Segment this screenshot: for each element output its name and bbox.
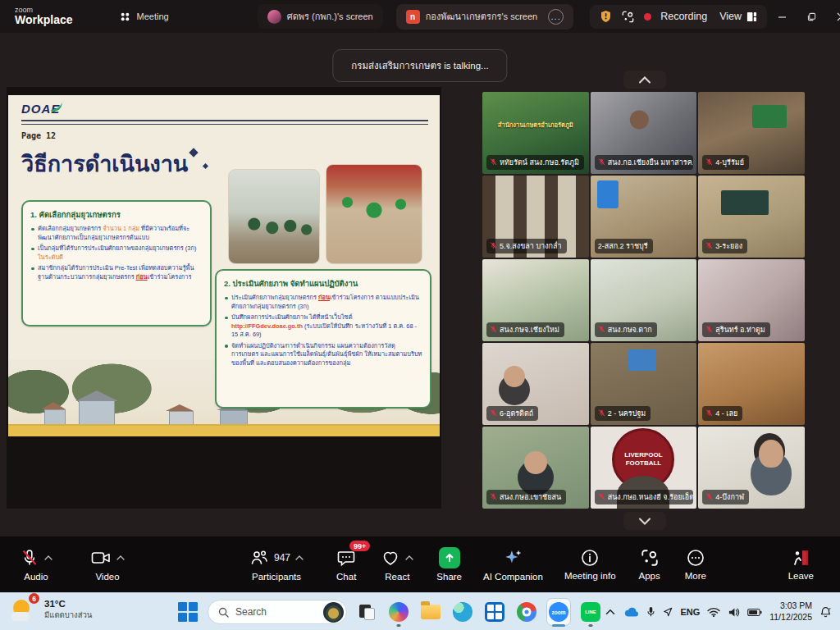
time: 3:03 PM	[780, 600, 812, 612]
participant-tile[interactable]: 2-สสก.2 ราชบุรี	[591, 176, 697, 258]
battery-icon[interactable]	[747, 608, 762, 617]
mic-in-use-icon[interactable]	[646, 606, 655, 618]
participant-name: สนง.กษจ.เชียงใหม่	[500, 324, 559, 336]
wifi-icon[interactable]	[707, 607, 720, 617]
window-controls	[767, 4, 840, 29]
clock[interactable]: 3:03 PM 11/12/2025	[769, 600, 812, 623]
zoom-app-icon-active[interactable]: zoom	[546, 596, 571, 628]
participant-tile[interactable]: สนง.กอ.เชียงยืน มหาสารค...	[591, 92, 697, 174]
participant-tile[interactable]: 2 - นครปฐม	[591, 343, 697, 425]
view-button[interactable]: View	[719, 11, 757, 22]
notification-bell-icon[interactable]: z	[819, 606, 832, 619]
search-placeholder: Search	[235, 606, 317, 618]
mic-muted-icon	[490, 242, 497, 249]
edge-browser-icon[interactable]	[450, 596, 475, 628]
react-options-chevron-icon[interactable]	[405, 555, 413, 560]
participants-button[interactable]: 947 Participants	[249, 547, 304, 582]
participants-options-chevron-icon[interactable]	[295, 555, 304, 560]
participant-tile[interactable]: 6-อุตรดิตถ์	[482, 343, 589, 425]
minimize-button[interactable]	[767, 4, 797, 29]
participant-name-label: 5.จ.สงขลา บางกล่ำ	[486, 239, 567, 253]
tab-meeting[interactable]: Meeting	[109, 6, 179, 28]
audio-options-chevron-icon[interactable]	[44, 555, 52, 560]
bullet: ประเมินศักยภาพกลุ่มยุวเกษตรกร ก่อนเข้าร่…	[224, 294, 422, 311]
participant-tile[interactable]: สนง.กษจ.เชียงใหม่	[482, 259, 589, 341]
video-options-chevron-icon[interactable]	[116, 555, 125, 560]
grid-scroll-down-button[interactable]	[623, 512, 666, 530]
header-divider	[21, 120, 428, 125]
meeting-info-button[interactable]: Meeting info	[564, 548, 616, 581]
mic-muted-icon	[490, 158, 497, 166]
participant-tile[interactable]: 3-ระยอง	[698, 176, 805, 258]
react-label: React	[385, 572, 409, 582]
tab-screen-share-1[interactable]: ศดพร (กพก.)'s screen	[258, 4, 383, 29]
zoom-meeting-window: zoom Workplace Meeting ศดพร (กพก.)'s scr…	[0, 0, 840, 630]
text-segment: จำนวน 1 กลุ่ม	[103, 225, 141, 232]
participant-name: 4 - เลย	[715, 408, 737, 419]
grid-scroll-up-button[interactable]	[623, 71, 666, 89]
maximize-button[interactable]	[797, 4, 826, 29]
weather-widget[interactable]: 6 31°C มีแดดบางส่วน	[11, 596, 92, 623]
participant-name: 4-บุรีรัมย์	[715, 157, 744, 168]
line-app-icon[interactable]: LINE	[578, 596, 603, 628]
text-segment: ก่อน	[136, 273, 148, 281]
text-segment: บันทึกผลการประเมินศักยภาพ ได้ที่หน้าเว็บ…	[231, 313, 352, 321]
participant-tile[interactable]: สำนักงานเกษตรอำเภอรัตภูมิ หทัยรัตน์ สนง.…	[482, 92, 589, 174]
task-view-button[interactable]	[354, 596, 379, 628]
tab-options-icon[interactable]: ...	[548, 9, 564, 25]
participant-tile[interactable]: 5.จ.สงขลา บางกล่ำ	[482, 176, 589, 258]
participant-name-label: หทัยรัตน์ สนง.กษอ.รัตภูมิ	[486, 155, 584, 170]
participant-tile[interactable]: สนง.กษอ.เขาชัยสน	[482, 427, 589, 509]
line-icon-label: LINE	[581, 602, 600, 622]
leave-button[interactable]: Leave	[788, 548, 814, 581]
chrome-browser-icon[interactable]	[514, 596, 539, 628]
fullscreen-icon[interactable]	[621, 10, 635, 24]
more-label: More	[685, 571, 706, 581]
location-icon[interactable]	[663, 607, 673, 617]
search-highlight-image[interactable]	[323, 602, 344, 623]
ai-companion-button[interactable]: AI Companion	[483, 547, 543, 582]
copilot-icon[interactable]	[386, 596, 411, 628]
participant-tile[interactable]: 4 - เลย	[698, 343, 805, 425]
share-button[interactable]: Share	[436, 547, 462, 582]
mic-muted-icon	[490, 409, 497, 417]
participant-tile[interactable]: LIVERPOOL FOOTBALL สนง.กษอ.หนองฮี จ.ร้อย…	[591, 427, 697, 509]
react-button[interactable]: React	[381, 547, 413, 582]
meeting-icon	[119, 11, 131, 23]
audio-button[interactable]: Audio	[20, 547, 52, 582]
chat-button[interactable]: 99+ Chat	[336, 547, 356, 582]
taskbar-center: Search zoom LINE	[176, 593, 603, 630]
leave-door-icon	[790, 548, 811, 568]
hidden-icons-chevron-icon[interactable]	[605, 609, 615, 615]
slide-photos	[228, 164, 422, 264]
zoom-icon-label: zoom	[549, 602, 568, 622]
language-indicator[interactable]: ENG	[680, 607, 700, 617]
tab-screen-share-2-active[interactable]: n กองพัฒนาเกษตรกร's screen ...	[396, 4, 574, 30]
bullet: คัดเลือกกลุ่มยุวเกษตรกร จำนวน 1 กลุ่ม ที…	[30, 225, 203, 242]
video-label: Video	[95, 572, 119, 582]
box2-heading: 2. ประเมินศักยภาพ จัดทำแผนปฏิบัติงาน	[224, 277, 422, 290]
house-illustration	[79, 400, 115, 425]
bullet: เป็นกลุ่มที่ได้รับการประเมินศักยภาพของกล…	[30, 244, 203, 262]
participant-tile[interactable]: สุรินทร์ อ.ท่าตูม	[698, 259, 805, 341]
participant-tile[interactable]: 4-บุรีรัมย์	[698, 92, 805, 174]
text-segment: จัดทำแผนปฏิบัติงาน/การดำเนินกิจกรรม แผนค…	[231, 342, 422, 367]
participant-name: สนง.กษอ.หนองฮี จ.ร้อยเอ็ด	[608, 491, 694, 503]
active-speaker-banner: กรมส่งเสริมการเกษตร is talking...	[332, 49, 507, 82]
participant-tile[interactable]: สนง.กษจ.ตาก	[591, 259, 697, 341]
microsoft-store-icon[interactable]	[482, 596, 507, 628]
start-button[interactable]	[176, 596, 200, 628]
close-button[interactable]	[826, 4, 840, 29]
video-button[interactable]: Video	[90, 547, 125, 582]
participant-name: 4-บึงกาฬ	[715, 491, 744, 503]
onedrive-icon[interactable]	[623, 606, 639, 618]
search-box[interactable]: Search	[208, 600, 347, 624]
file-explorer-icon[interactable]	[418, 596, 443, 628]
more-button[interactable]: More	[685, 548, 706, 581]
apps-button[interactable]: Apps	[639, 548, 660, 581]
tab-screen2-label: กองพัฒนาเกษตรกร's screen	[426, 9, 538, 24]
security-shield-icon[interactable]	[600, 10, 612, 23]
volume-icon[interactable]	[728, 607, 740, 618]
weather-condition: มีแดดบางส่วน	[44, 610, 92, 619]
participant-tile[interactable]: 4-บึงกาฬ	[698, 427, 805, 509]
